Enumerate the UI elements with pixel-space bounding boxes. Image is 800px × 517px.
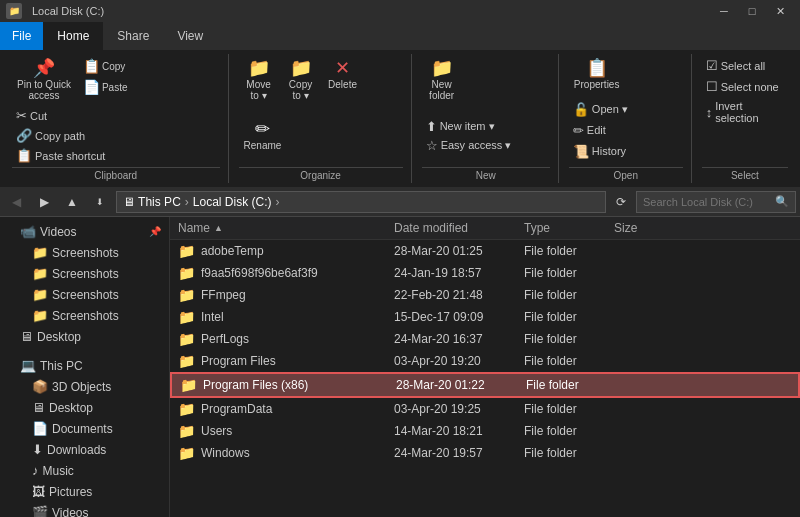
copy-path-button[interactable]: 🔗 Copy path [12,126,109,145]
window-title: Local Disk (C:) [32,5,104,17]
file-row-selected[interactable]: 📁Program Files (x86) 28-Mar-20 01:22 Fil… [170,372,800,398]
pin-icon: 📌 [33,59,55,77]
new-folder-label: Newfolder [429,79,454,101]
sidebar-item-screenshots1[interactable]: 📁 Screenshots [0,242,169,263]
sidebar-item-documents[interactable]: 📄 Documents [0,418,169,439]
minimize-button[interactable]: ─ [710,0,738,22]
pin-icon: 📌 [149,226,161,237]
search-input[interactable] [643,196,771,208]
tab-home[interactable]: Home [43,22,103,50]
sidebar-item-thispc-label: This PC [40,359,83,373]
refresh-button[interactable]: ⟳ [610,191,632,213]
search-bar[interactable]: 🔍 [636,191,796,213]
file-row[interactable]: 📁Windows 24-Mar-20 19:57 File folder [170,442,800,464]
tab-share[interactable]: Share [103,22,163,50]
sidebar-item-screenshots4[interactable]: 📁 Screenshots [0,305,169,326]
sidebar-item-desktop[interactable]: 🖥 Desktop [0,326,169,347]
edit-button[interactable]: ✏ Edit [569,121,632,140]
history-dropdown-button[interactable]: ⬇ [88,191,112,213]
history-label: History [592,145,626,157]
sidebar-item-desktop2[interactable]: 🖥 Desktop [0,397,169,418]
paste-button[interactable]: 📄 Paste [78,77,133,97]
folder-icon: 📁 [178,445,195,461]
copy-button[interactable]: 📋 Copy [78,56,133,76]
file-row[interactable]: 📁Users 14-Mar-20 18:21 File folder [170,420,800,442]
sidebar-item-screenshots2[interactable]: 📁 Screenshots [0,263,169,284]
delete-button[interactable]: ✕ Delete [323,56,363,93]
close-button[interactable]: ✕ [766,0,794,22]
breadcrumb[interactable]: 🖥 This PC › Local Disk (C:) › [116,191,606,213]
search-icon: 🔍 [775,195,789,208]
back-button[interactable]: ◀ [4,191,28,213]
file-row[interactable]: 📁Program Files 03-Apr-20 19:20 File fold… [170,350,800,372]
tab-view[interactable]: View [163,22,217,50]
history-button[interactable]: 📜 History [569,142,632,161]
clipboard-label: Clipboard [12,167,220,181]
sidebar-item-videos[interactable]: 📹 Videos 📌 [0,221,169,242]
select-all-button[interactable]: ☑ Select all [702,56,788,75]
file-row[interactable]: 📁FFmpeg 22-Feb-20 21:48 File folder [170,284,800,306]
copy-to-icon: 📁 [290,59,312,77]
copy-to-button[interactable]: 📁 Copyto ▾ [281,56,321,104]
sidebar-item-music[interactable]: ♪ Music [0,460,169,481]
organize-label: Organize [239,167,403,181]
invert-selection-button[interactable]: ↕ Invert selection [702,98,788,126]
breadcrumb-sep2: › [275,195,279,209]
file-date: 14-Mar-20 18:21 [390,424,520,438]
file-date: 28-Mar-20 01:25 [390,244,520,258]
music-icon: ♪ [32,463,39,478]
file-row[interactable]: 📁Intel 15-Dec-17 09:09 File folder [170,306,800,328]
file-name: adobeTemp [201,244,264,258]
new-item-icon: ⬆ [426,119,437,134]
file-row[interactable]: 📁f9aa5f698f96be6af3f9 24-Jan-19 18:57 Fi… [170,262,800,284]
new-folder-button[interactable]: 📁 Newfolder [422,56,462,104]
file-type: File folder [520,446,610,460]
cut-button[interactable]: ✂ Cut [12,106,109,125]
header-name[interactable]: Name ▲ [170,221,390,235]
up-button[interactable]: ▲ [60,191,84,213]
sidebar-item-thispc[interactable]: 💻 This PC [0,355,169,376]
sidebar-item-screenshots4-label: Screenshots [52,309,119,323]
invert-label: Invert selection [715,100,784,124]
open-button[interactable]: 🔓 Open ▾ [569,100,632,119]
easy-access-button[interactable]: ☆ Easy access ▾ [422,136,516,155]
header-name-label: Name [178,221,210,235]
pictures-icon: 🖼 [32,484,45,499]
sidebar-item-screenshots3[interactable]: 📁 Screenshots [0,284,169,305]
sidebar-item-screenshots1-label: Screenshots [52,246,119,260]
ribbon-body: 📌 Pin to Quickaccess 📋 Copy 📄 Paste ✂ Cu… [0,50,800,187]
delete-icon: ✕ [335,59,350,77]
folder-icon: 📁 [178,423,195,439]
file-row[interactable]: 📁adobeTemp 28-Mar-20 01:25 File folder [170,240,800,262]
sidebar-item-downloads[interactable]: ⬇ Downloads [0,439,169,460]
new-group: 📁 Newfolder ⬆ New item ▾ ☆ Easy access ▾… [414,54,559,183]
select-none-button[interactable]: ☐ Select none [702,77,788,96]
sidebar-item-3dobjects-label: 3D Objects [52,380,111,394]
file-type: File folder [520,266,610,280]
title-bar: 📁 Local Disk (C:) ─ □ ✕ [0,0,800,22]
maximize-button[interactable]: □ [738,0,766,22]
file-name: FFmpeg [201,288,246,302]
header-date[interactable]: Date modified [390,221,520,235]
properties-button[interactable]: 📋 Properties [569,56,625,93]
select-all-icon: ☑ [706,58,718,73]
sidebar-item-videos2[interactable]: 🎬 Videos [0,502,169,517]
new-item-button[interactable]: ⬆ New item ▾ [422,117,516,136]
screenshots2-icon: 📁 [32,266,48,281]
rename-button[interactable]: ✏ Rename [239,117,287,154]
move-to-button[interactable]: 📁 Moveto ▾ [239,56,279,104]
header-size[interactable]: Size [610,221,670,235]
header-type[interactable]: Type [520,221,610,235]
pin-quick-access-button[interactable]: 📌 Pin to Quickaccess [12,56,76,104]
select-group: ☑ Select all ☐ Select none ↕ Invert sele… [694,54,796,183]
paste-shortcut-button[interactable]: 📋 Paste shortcut [12,146,109,165]
sidebar-item-3dobjects[interactable]: 📦 3D Objects [0,376,169,397]
file-type: File folder [520,402,610,416]
file-row[interactable]: 📁ProgramData 03-Apr-20 19:25 File folder [170,398,800,420]
sidebar-item-pictures[interactable]: 🖼 Pictures [0,481,169,502]
tab-file[interactable]: File [0,22,43,50]
file-type: File folder [520,332,610,346]
file-row[interactable]: 📁PerfLogs 24-Mar-20 16:37 File folder [170,328,800,350]
forward-button[interactable]: ▶ [32,191,56,213]
properties-icon: 📋 [586,59,608,77]
